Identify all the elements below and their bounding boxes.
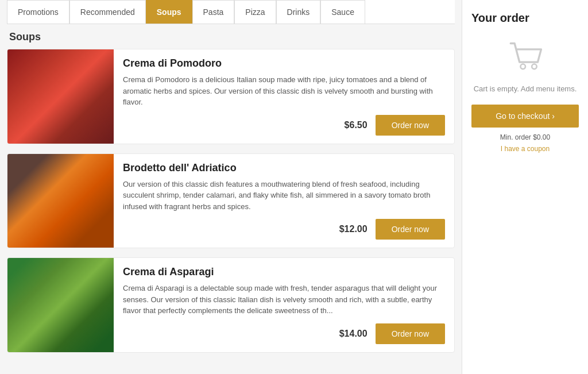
menu-item-details-brodetto-adriatico: Brodetto dell' Adriatico Our version of …: [114, 154, 454, 248]
order-panel-title: Your order: [471, 11, 529, 25]
section-title: Soups: [9, 31, 455, 43]
cart-empty-text: Cart is empty. Add menu items.: [474, 84, 577, 93]
order-button-brodetto-adriatico[interactable]: Order now: [376, 219, 445, 240]
item-price-crema-asparagi: $14.00: [339, 329, 368, 339]
item-description-crema-asparagi: Crema di Asparagi is a delectable soup m…: [123, 283, 445, 317]
menu-item-image-crema-pomodoro: [7, 49, 114, 144]
nav-tabs: PromotionsRecommendedSoupsPastaPizzaDrin…: [7, 0, 455, 24]
item-footer-crema-asparagi: $14.00 Order now: [123, 323, 445, 344]
menu-item-brodetto-adriatico: Brodetto dell' Adriatico Our version of …: [7, 153, 455, 249]
order-button-crema-pomodoro[interactable]: Order now: [376, 115, 445, 136]
item-name-crema-asparagi: Crema di Asparagi: [123, 266, 445, 278]
cart-icon: [505, 38, 546, 73]
order-button-crema-asparagi[interactable]: Order now: [376, 323, 445, 344]
nav-tab-recommended[interactable]: Recommended: [69, 0, 146, 24]
checkout-button[interactable]: Go to checkout ›: [471, 105, 579, 128]
item-name-brodetto-adriatico: Brodetto dell' Adriatico: [123, 162, 445, 174]
menu-item-crema-pomodoro: Crema di Pomodoro Crema di Pomodoro is a…: [7, 49, 455, 144]
menu-item-image-brodetto-adriatico: [7, 154, 114, 248]
item-description-brodetto-adriatico: Our version of this classic dish feature…: [123, 179, 445, 213]
nav-tab-sauce[interactable]: Sauce: [320, 0, 365, 24]
nav-tab-pizza[interactable]: Pizza: [234, 0, 276, 24]
item-price-brodetto-adriatico: $12.00: [339, 224, 368, 234]
cart-icon-wrapper: [505, 38, 546, 75]
order-panel: Your order Cart is empty. Add menu items…: [462, 0, 588, 374]
item-name-crema-pomodoro: Crema di Pomodoro: [123, 57, 445, 70]
coupon-link[interactable]: I have a coupon: [501, 145, 550, 153]
menu-item-details-crema-asparagi: Crema di Asparagi Crema di Asparagi is a…: [114, 258, 454, 352]
nav-tab-pasta[interactable]: Pasta: [192, 0, 235, 24]
nav-tab-drinks[interactable]: Drinks: [276, 0, 321, 24]
menu-item-image-crema-asparagi: [7, 258, 114, 352]
nav-tab-promotions[interactable]: Promotions: [7, 0, 69, 24]
nav-tab-soups[interactable]: Soups: [146, 0, 192, 24]
item-footer-crema-pomodoro: $6.50 Order now: [123, 115, 445, 136]
menu-item-crema-asparagi: Crema di Asparagi Crema di Asparagi is a…: [7, 257, 455, 353]
menu-items-container: Crema di Pomodoro Crema di Pomodoro is a…: [7, 49, 455, 353]
svg-point-0: [520, 64, 525, 70]
menu-item-details-crema-pomodoro: Crema di Pomodoro Crema di Pomodoro is a…: [114, 49, 454, 144]
svg-point-1: [532, 64, 537, 70]
item-price-crema-pomodoro: $6.50: [345, 120, 368, 130]
min-order-text: Min. order $0.00: [500, 133, 550, 141]
item-footer-brodetto-adriatico: $12.00 Order now: [123, 219, 445, 240]
item-description-crema-pomodoro: Crema di Pomodoro is a delicious Italian…: [123, 74, 445, 108]
